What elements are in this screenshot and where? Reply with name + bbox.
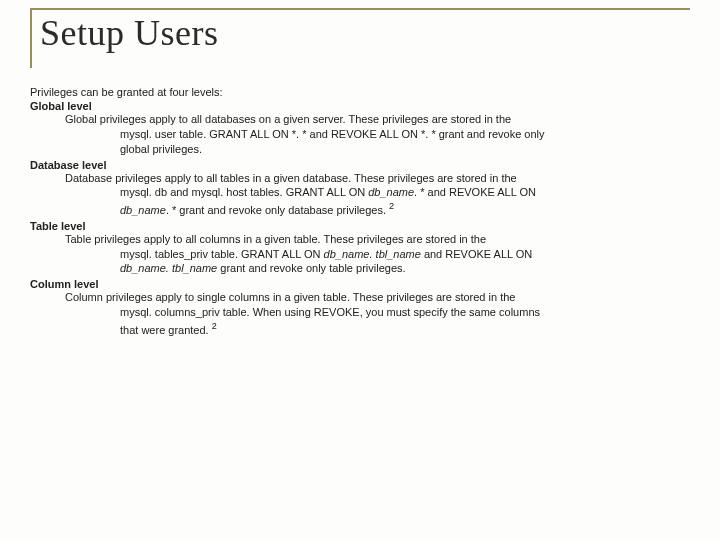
column-level-line1: Column privileges apply to single column… <box>30 290 690 305</box>
table-level-line1: Table privileges apply to all columns in… <box>30 232 690 247</box>
table-level-line2: mysql. tables_priv table. GRANT ALL ON d… <box>30 247 690 262</box>
db-name-italic: db_name <box>368 186 414 198</box>
page-title: Setup Users <box>40 12 690 54</box>
intro-text: Privileges can be granted at four levels… <box>30 86 690 98</box>
table-level-title: Table level <box>30 220 690 232</box>
global-level-title: Global level <box>30 100 690 112</box>
title-bar: Setup Users <box>30 8 690 68</box>
tbl-name-italic-2: db_name. tbl_name <box>120 262 217 274</box>
database-level-line2: mysql. db and mysql. host tables. GRANT … <box>30 185 690 200</box>
database-level-line1: Database privileges apply to all tables … <box>30 171 690 186</box>
global-level-line1: Global privileges apply to all databases… <box>30 112 690 127</box>
global-level-line2: mysql. user table. GRANT ALL ON *. * and… <box>30 127 690 142</box>
footnote-ref: 2 <box>389 201 394 211</box>
database-level-title: Database level <box>30 159 690 171</box>
database-level-line3: db_name. * grant and revoke only databas… <box>30 200 690 218</box>
tbl-name-italic: db_name. tbl_name <box>324 248 421 260</box>
db-name-italic-2: db_name <box>120 204 166 216</box>
table-level-line3: db_name. tbl_name grant and revoke only … <box>30 261 690 276</box>
global-level-line3: global privileges. <box>30 142 690 157</box>
column-level-title: Column level <box>30 278 690 290</box>
column-level-line3: that were granted. 2 <box>30 320 690 338</box>
column-level-line2: mysql. columns_priv table. When using RE… <box>30 305 690 320</box>
footnote-ref-2: 2 <box>212 321 217 331</box>
